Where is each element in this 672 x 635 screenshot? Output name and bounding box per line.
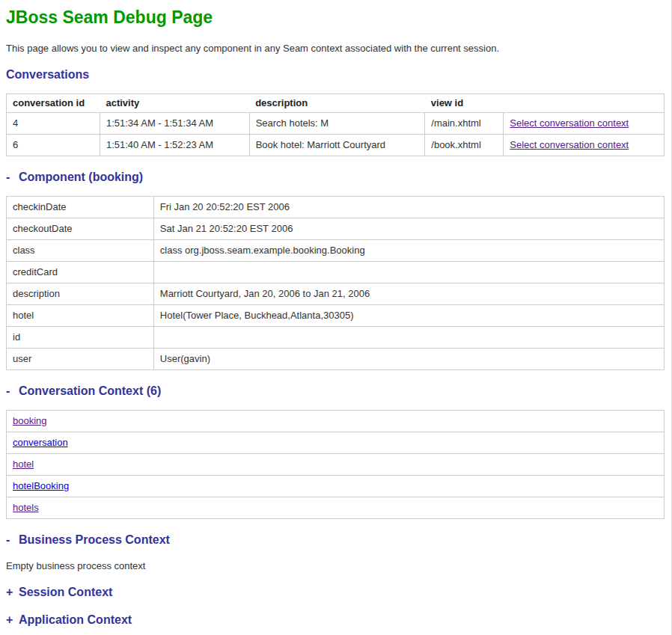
column-header-conversation-id: conversation id [7,94,100,113]
context-entry-cell: hotel [7,454,665,476]
component-properties-table: checkinDate Fri Jan 20 20:52:20 EST 2006… [6,196,665,370]
context-entry-link[interactable]: hotel [13,458,34,470]
property-value-cell [153,327,664,349]
context-entry-cell: hotelBooking [7,476,665,497]
property-row: checkoutDate Sat Jan 21 20:52:20 EST 200… [7,218,665,240]
property-value-cell: User(gavin) [153,349,664,370]
property-value-cell [153,262,664,283]
column-header-view-id: view id [425,94,504,113]
select-conversation-context-link[interactable]: Select conversation context [510,139,629,150]
context-entry-row: conversation [7,432,665,454]
business-process-context-heading[interactable]: -Business Process Context [6,533,672,547]
activity-cell: 1:51:34 AM - 1:51:34 AM [100,113,249,135]
column-header-action [504,94,665,113]
conversation-context-heading-label: Conversation Context (6) [19,384,161,397]
property-name-cell: checkoutDate [7,218,154,240]
application-context-heading-label: Application Context [19,613,132,626]
expand-marker-icon[interactable]: + [6,613,13,627]
component-booking-heading-label: Component (booking) [19,171,143,183]
conversation-row: 4 1:51:34 AM - 1:51:34 AM Search hotels:… [7,113,665,135]
collapse-marker-icon[interactable]: - [6,170,13,184]
expand-marker-icon[interactable]: + [6,585,13,599]
action-cell: Select conversation context [504,135,665,156]
property-name-cell: description [7,283,154,305]
page-description: This page allows you to view and inspect… [6,43,672,54]
property-value-cell: Fri Jan 20 20:52:20 EST 2006 [153,197,664,218]
action-cell: Select conversation context [504,113,665,135]
context-entry-link[interactable]: conversation [13,437,68,448]
description-cell: Book hotel: Marriott Courtyard [249,135,425,156]
property-name-cell: hotel [7,305,154,327]
page-title: JBoss Seam Debug Page [6,7,672,28]
conversation-id-cell: 6 [7,135,100,156]
context-entry-link[interactable]: hotelBooking [13,480,69,491]
property-row: creditCard [7,262,665,283]
business-process-empty-text: Empty business process context [6,560,672,571]
context-entry-cell: hotels [7,497,665,519]
context-entry-cell: booking [7,411,665,432]
session-context-heading[interactable]: +Session Context [6,585,672,599]
property-row: user User(gavin) [7,349,665,370]
property-value-cell: Hotel(Tower Place, Buckhead,Atlanta,3030… [153,305,664,327]
activity-cell: 1:51:40 AM - 1:52:23 AM [100,135,249,156]
conversations-heading: Conversations [6,67,672,82]
context-entry-cell: conversation [7,432,665,454]
view-id-cell: /main.xhtml [425,113,504,135]
property-name-cell: id [7,327,154,349]
property-row: class class org.jboss.seam.example.booki… [7,240,665,262]
column-header-activity: activity [100,94,249,113]
conversations-table: conversation id activity description vie… [6,93,665,156]
property-name-cell: class [7,240,154,262]
context-entry-row: hotelBooking [7,476,665,497]
component-booking-heading[interactable]: -Component (booking) [6,170,672,184]
property-row: checkinDate Fri Jan 20 20:52:20 EST 2006 [7,197,665,218]
context-entry-row: booking [7,411,665,432]
business-process-context-heading-label: Business Process Context [19,533,170,546]
select-conversation-context-link[interactable]: Select conversation context [510,117,629,129]
property-value-cell: Sat Jan 21 20:52:20 EST 2006 [153,218,664,240]
collapse-marker-icon[interactable]: - [6,533,13,547]
conversation-context-heading[interactable]: -Conversation Context (6) [6,384,672,398]
conversation-context-table: booking conversation hotel hotelBooking … [6,410,665,519]
property-value-cell: Marriott Courtyard, Jan 20, 2006 to Jan … [153,283,664,305]
session-context-heading-label: Session Context [19,586,112,598]
application-context-heading[interactable]: +Application Context [6,613,672,627]
conversation-row: 6 1:51:40 AM - 1:52:23 AM Book hotel: Ma… [7,135,665,156]
property-value-cell: class org.jboss.seam.example.booking.Boo… [153,240,664,262]
view-id-cell: /book.xhtml [425,135,504,156]
context-entry-link[interactable]: hotels [13,502,39,513]
context-entry-row: hotel [7,454,665,476]
description-cell: Search hotels: M [249,113,425,135]
column-header-description: description [249,94,425,113]
property-name-cell: checkinDate [7,197,154,218]
context-entry-link[interactable]: booking [13,415,47,426]
conversations-header-row: conversation id activity description vie… [7,94,665,113]
property-row: hotel Hotel(Tower Place, Buckhead,Atlant… [7,305,665,327]
property-name-cell: user [7,349,154,370]
context-entry-row: hotels [7,497,665,519]
property-row: description Marriott Courtyard, Jan 20, … [7,283,665,305]
property-name-cell: creditCard [7,262,154,283]
property-row: id [7,327,665,349]
collapse-marker-icon[interactable]: - [6,384,13,398]
conversation-id-cell: 4 [7,113,100,135]
